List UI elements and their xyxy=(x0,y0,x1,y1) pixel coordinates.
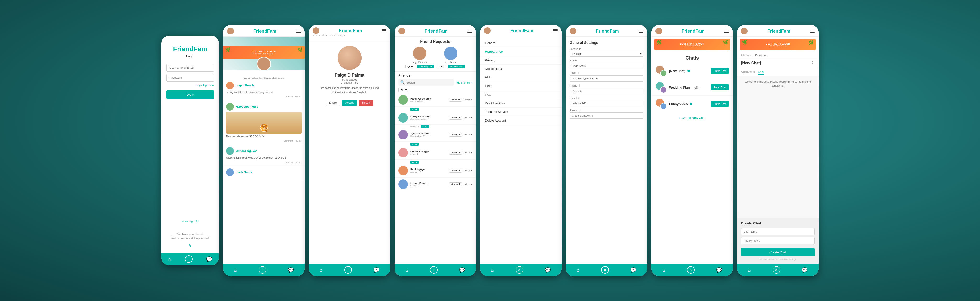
reply-link[interactable]: REPLY xyxy=(295,140,302,142)
home-icon[interactable]: ⌂ xyxy=(320,267,323,273)
view-wall-button[interactable]: View Wall xyxy=(449,98,462,102)
settings-item-appearance[interactable]: Appearance xyxy=(480,47,562,56)
view-wall-button[interactable]: View Wall xyxy=(449,151,462,154)
add-icon[interactable]: + xyxy=(185,255,192,263)
view-request-button[interactable]: View Request xyxy=(448,65,465,68)
options-button[interactable]: Options ▾ xyxy=(463,99,472,101)
accept-button[interactable]: Accept xyxy=(342,100,357,106)
view-wall-button[interactable]: View Wall xyxy=(449,182,462,186)
userid-input[interactable] xyxy=(570,100,643,107)
settings-item-privacy[interactable]: Privacy xyxy=(480,56,562,65)
tab-appearance[interactable]: Appearance xyxy=(741,69,755,75)
chevron-down-icon[interactable]: ∨ xyxy=(189,242,192,248)
settings-item-hide[interactable]: Hide xyxy=(480,73,562,82)
settings-item-general[interactable]: General xyxy=(480,39,562,47)
close-icon[interactable]: ✕ xyxy=(687,266,695,274)
home-icon[interactable]: ⌂ xyxy=(577,267,579,273)
home-icon[interactable]: ⌂ xyxy=(662,267,665,273)
reply-link[interactable]: REPLY xyxy=(295,96,302,98)
feed-scroll[interactable]: You say potato, I say Solanum tuberosum.… xyxy=(223,70,305,264)
enter-chat-button[interactable]: Enter Chat xyxy=(711,84,729,90)
signup-link[interactable]: New? Sign Up! xyxy=(181,220,199,223)
view-wall-button[interactable]: View Wall xyxy=(449,133,462,137)
close-icon[interactable]: ✕ xyxy=(601,266,609,274)
password-input[interactable] xyxy=(570,113,643,119)
chat-icon[interactable]: 💬 xyxy=(545,267,551,273)
menu-icon[interactable] xyxy=(724,30,729,33)
password-input[interactable] xyxy=(166,74,214,81)
ignore-button[interactable]: Ignore xyxy=(405,65,416,68)
username-input[interactable] xyxy=(166,64,214,72)
author-name[interactable]: Logan Rouch xyxy=(235,84,254,87)
close-icon[interactable]: ✕ xyxy=(773,266,780,274)
filter-select[interactable]: All xyxy=(398,88,409,92)
add-icon[interactable]: + xyxy=(430,266,438,274)
reply-link[interactable]: REPLY xyxy=(295,161,302,163)
home-icon[interactable]: ⌂ xyxy=(168,256,171,262)
chat-name-input[interactable] xyxy=(741,228,815,235)
login-button[interactable]: Login xyxy=(166,91,214,99)
forgot-link[interactable]: Forgot login info? xyxy=(196,84,214,87)
ignore-button[interactable]: Ignore xyxy=(326,100,340,106)
author-name[interactable]: Chrissa Nguyen xyxy=(235,149,258,153)
chat-button[interactable]: Chat xyxy=(410,143,419,146)
enter-chat-button[interactable]: Enter Chat xyxy=(711,68,729,74)
report-button[interactable]: Report xyxy=(359,100,374,106)
enter-chat-button[interactable]: Enter Chat xyxy=(711,101,729,107)
menu-icon[interactable] xyxy=(467,30,472,33)
settings-item-ads[interactable]: Don't like Ads? xyxy=(480,99,562,108)
create-chat-button[interactable]: Create Chat xyxy=(741,248,815,256)
menu-icon[interactable] xyxy=(296,30,301,33)
add-friends-link[interactable]: Add Friends + xyxy=(455,81,472,84)
view-wall-button[interactable]: View Wall xyxy=(449,116,462,119)
options-button[interactable]: Options ▾ xyxy=(463,151,472,154)
close-icon[interactable]: ✕ xyxy=(515,266,523,274)
view-request-button[interactable]: View Request xyxy=(417,65,434,68)
settings-item-delete[interactable]: Delete Account xyxy=(480,116,562,125)
phone-input[interactable] xyxy=(570,88,643,94)
menu-icon[interactable] xyxy=(639,30,643,33)
options-button[interactable]: Options ▾ xyxy=(463,183,472,185)
settings-item-chat[interactable]: Chat xyxy=(480,82,562,91)
options-button[interactable]: Options ▾ xyxy=(463,116,472,119)
settings-item-tos[interactable]: Terms of Service xyxy=(480,108,562,116)
comment-link[interactable]: Comment xyxy=(283,96,293,98)
back-link[interactable]: < Back to Friends and Groups xyxy=(313,34,387,37)
settings-item-notifications[interactable]: Notifications xyxy=(480,65,562,73)
chat-icon[interactable]: 💬 xyxy=(374,267,379,273)
chat-icon[interactable]: 💬 xyxy=(802,267,808,273)
email-input[interactable] xyxy=(570,75,643,81)
chat-button[interactable]: Chat xyxy=(410,108,419,111)
all-chats-link[interactable]: All Chats xyxy=(741,54,751,56)
author-name[interactable]: Haley Abernethy xyxy=(235,105,258,108)
add-icon[interactable]: + xyxy=(259,266,266,274)
add-icon[interactable]: + xyxy=(344,266,352,274)
home-icon[interactable]: ⌂ xyxy=(234,267,237,273)
options-button[interactable]: Options ▾ xyxy=(463,169,472,172)
menu-icon[interactable] xyxy=(810,30,815,33)
add-members-input[interactable] xyxy=(741,237,815,244)
chat-icon[interactable]: 💬 xyxy=(459,267,465,273)
comment-link[interactable]: Comment xyxy=(283,140,293,142)
home-icon[interactable]: ⌂ xyxy=(491,267,494,273)
create-chat-link[interactable]: + Create New Chat xyxy=(652,112,733,123)
menu-icon[interactable] xyxy=(553,29,558,32)
options-button[interactable]: Options ▾ xyxy=(463,134,472,136)
chat-button[interactable]: Chat xyxy=(421,125,429,128)
language-select[interactable]: English xyxy=(570,51,643,57)
chat-icon[interactable]: 💬 xyxy=(630,267,636,273)
home-icon[interactable]: ⌂ xyxy=(748,267,751,273)
chat-icon[interactable]: 💬 xyxy=(288,267,294,273)
search-input[interactable] xyxy=(407,81,452,84)
comment-link[interactable]: Comment xyxy=(283,161,293,163)
tab-chat[interactable]: Chat xyxy=(758,69,764,75)
chat-button[interactable]: Chat xyxy=(410,161,419,164)
requests-content[interactable]: Friend Requests Paige DiPalma Ignore Vie… xyxy=(395,37,476,264)
settings-item-faq[interactable]: FAQ xyxy=(480,91,562,99)
home-icon[interactable]: ⌂ xyxy=(405,267,408,273)
chat-options-icon[interactable]: ⋮ xyxy=(810,61,815,66)
ignore-button[interactable]: Ignore xyxy=(437,65,447,68)
name-input[interactable] xyxy=(570,63,643,69)
view-wall-button[interactable]: View Wall xyxy=(449,169,462,172)
chat-list[interactable]: [New Chat] Enter Chat Wedding Planning!!… xyxy=(652,63,733,264)
